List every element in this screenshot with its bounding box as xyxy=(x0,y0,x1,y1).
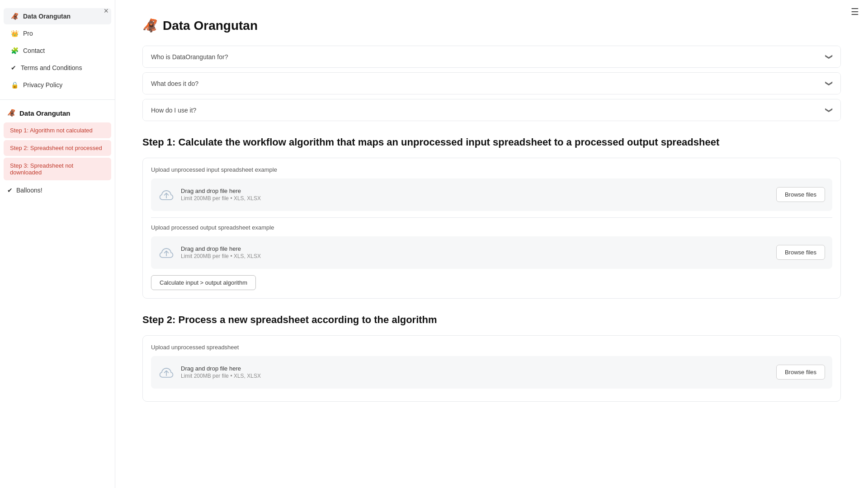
step2-upload-label: Upload unprocessed spreadsheet xyxy=(151,344,832,351)
step1-dropzone-processed-sub: Limit 200MB per file • XLS, XLSX xyxy=(181,253,261,259)
step1-upload-processed-label: Upload processed output spreadsheet exam… xyxy=(151,224,832,231)
step2-dropzone-sub: Limit 200MB per file • XLS, XLSX xyxy=(181,373,261,379)
step1-dropzone-processed: Drag and drop file here Limit 200MB per … xyxy=(151,236,832,269)
nav-icon-contact: 🧩 xyxy=(11,47,19,54)
sidebar-nav-item-data-orangutan[interactable]: 🦧Data Orangutan xyxy=(4,8,111,24)
nav-label-data-orangutan: Data Orangutan xyxy=(23,13,71,20)
upload-divider-1 xyxy=(151,217,832,218)
sidebar-step-step1[interactable]: Step 1: Algorithm not calculated xyxy=(4,122,111,138)
chevron-down-icon: ❯ xyxy=(825,54,834,60)
page-title-text: Data Orangutan xyxy=(163,19,258,33)
sidebar-nav-item-terms[interactable]: ✔Terms and Conditions xyxy=(4,60,111,76)
step2-dropzone: Drag and drop file here Limit 200MB per … xyxy=(151,356,832,389)
cloud-upload-icon-2 xyxy=(158,244,175,261)
step1-dropzone-processed-main: Drag and drop file here xyxy=(181,245,261,252)
accordion-label-how: How do I use it? xyxy=(151,107,196,114)
nav-label-terms: Terms and Conditions xyxy=(21,64,82,71)
sidebar-nav-item-contact[interactable]: 🧩Contact xyxy=(4,42,111,59)
step1-dropzone-unprocessed: Drag and drop file here Limit 200MB per … xyxy=(151,178,832,211)
accordion-item-how: How do I use it? ❯ xyxy=(142,99,841,121)
sidebar-nav: 🦧Data Orangutan👑Pro🧩Contact✔Terms and Co… xyxy=(0,7,115,94)
cloud-upload-icon-3 xyxy=(158,364,175,380)
step1-upload-unprocessed-label: Upload unprocessed input spreadsheet exa… xyxy=(151,166,832,173)
step1-dropzone-unprocessed-main: Drag and drop file here xyxy=(181,188,261,194)
calculate-algorithm-button[interactable]: Calculate input > output algorithm xyxy=(151,275,256,290)
accordion-item-who: Who is DataOrangutan for? ❯ xyxy=(142,46,841,68)
sidebar-divider xyxy=(0,99,115,100)
sidebar-section-title: 🦧 Data Orangutan xyxy=(0,105,115,121)
chevron-down-icon: ❯ xyxy=(825,107,834,113)
step2-dropzone-main: Drag and drop file here xyxy=(181,365,261,372)
sidebar-step-step2[interactable]: Step 2: Spreadsheet not processed xyxy=(4,140,111,156)
nav-icon-pro: 👑 xyxy=(11,30,19,37)
nav-icon-privacy: 🔒 xyxy=(11,81,19,89)
step1-dropzone-unprocessed-sub: Limit 200MB per file • XLS, XLSX xyxy=(181,195,261,202)
sidebar-section-icon: 🦧 xyxy=(7,109,16,117)
accordion-header-how[interactable]: How do I use it? ❯ xyxy=(143,99,840,121)
page-title: 🦧 Data Orangutan xyxy=(142,18,841,33)
sidebar-nav-item-privacy[interactable]: 🔒Privacy Policy xyxy=(4,77,111,93)
sidebar-nav-item-pro[interactable]: 👑Pro xyxy=(4,25,111,42)
step1-section: Step 1: Calculate the workflow algorithm… xyxy=(142,136,841,299)
chevron-down-icon: ❯ xyxy=(825,80,834,86)
accordion-label-what: What does it do? xyxy=(151,80,198,87)
main-content: ☰ 🦧 Data Orangutan Who is DataOrangutan … xyxy=(115,0,868,488)
nav-label-contact: Contact xyxy=(23,47,45,54)
page-title-icon: 🦧 xyxy=(142,18,158,33)
cloud-upload-icon-1 xyxy=(158,187,175,203)
nav-label-pro: Pro xyxy=(23,30,33,37)
accordion-header-who[interactable]: Who is DataOrangutan for? ❯ xyxy=(143,46,840,67)
accordion: Who is DataOrangutan for? ❯ What does it… xyxy=(142,46,841,121)
nav-icon-terms: ✔ xyxy=(11,64,16,71)
sidebar-section-label: Data Orangutan xyxy=(19,109,71,117)
step2-browse-button[interactable]: Browse files xyxy=(776,365,825,380)
accordion-item-what: What does it do? ❯ xyxy=(142,72,841,94)
step2-section: Step 2: Process a new spreadsheet accord… xyxy=(142,313,841,402)
accordion-label-who: Who is DataOrangutan for? xyxy=(151,53,228,61)
step1-browse-processed-button[interactable]: Browse files xyxy=(776,245,825,260)
sidebar-close-button[interactable]: × xyxy=(104,6,108,16)
step1-browse-unprocessed-button[interactable]: Browse files xyxy=(776,187,825,202)
topbar: ☰ xyxy=(842,0,868,23)
sidebar: × 🦧Data Orangutan👑Pro🧩Contact✔Terms and … xyxy=(0,0,115,488)
nav-label-privacy: Privacy Policy xyxy=(23,81,62,89)
step1-title: Step 1: Calculate the workflow algorithm… xyxy=(142,136,841,150)
hamburger-button[interactable]: ☰ xyxy=(851,6,859,17)
step2-title: Step 2: Process a new spreadsheet accord… xyxy=(142,313,841,327)
accordion-header-what[interactable]: What does it do? ❯ xyxy=(143,73,840,94)
sidebar-balloons-item[interactable]: ✔ Balloons! xyxy=(0,182,115,198)
step2-upload-card: Upload unprocessed spreadsheet Drag and … xyxy=(142,335,841,402)
balloons-label: Balloons! xyxy=(16,187,42,194)
step1-upload-card: Upload unprocessed input spreadsheet exa… xyxy=(142,158,841,299)
nav-icon-data-orangutan: 🦧 xyxy=(11,13,19,20)
balloons-icon: ✔ xyxy=(7,187,13,194)
sidebar-steps: Step 1: Algorithm not calculatedStep 2: … xyxy=(0,121,115,182)
sidebar-step-step3[interactable]: Step 3: Spreadsheet not downloaded xyxy=(4,158,111,180)
